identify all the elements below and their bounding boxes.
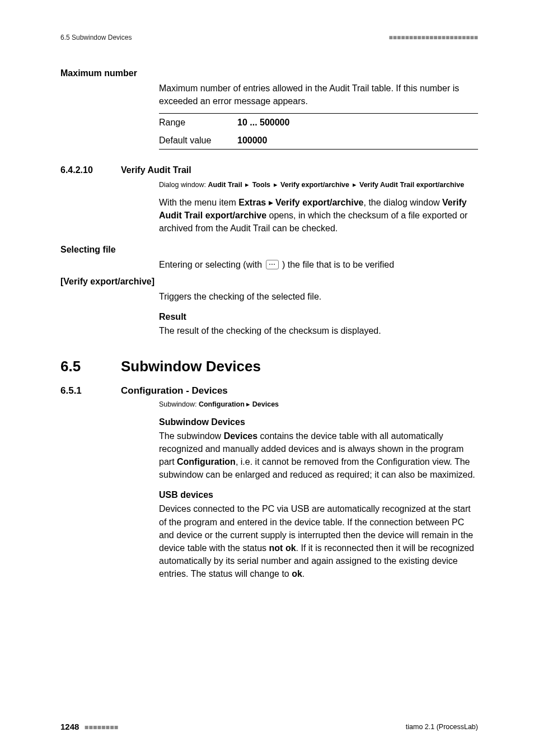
verify-audit-trail-paragraph: With the menu item Extras ▸ Verify expor… xyxy=(159,196,478,235)
heading-result: Result xyxy=(159,312,478,322)
footer-left: 1248 ■■■■■■■■ xyxy=(60,722,118,731)
page: 6.5 Subwindow Devices ■■■■■■■■■■■■■■■■■■… xyxy=(0,0,534,756)
heading-verify-export-archive: [Verify export/archive] xyxy=(60,277,478,287)
section-number: 6.4.2.10 xyxy=(60,165,121,175)
table-row: Default value 100000 xyxy=(159,132,478,150)
default-value: 100000 xyxy=(237,132,478,150)
usb-devices-paragraph: Devices connected to the PC via USB are … xyxy=(159,502,478,580)
section-6-5: 6.5 Subwindow Devices xyxy=(60,358,478,375)
path-part: Verify export/archive xyxy=(280,181,349,189)
section-title: Verify Audit Trail xyxy=(121,165,191,175)
chevron-right-icon: ▸ xyxy=(273,180,279,190)
selecting-file-body: Entering or selecting (with ⋯ ) the file… xyxy=(159,258,478,271)
path-part: Configuration xyxy=(199,400,245,408)
heading-maximum-number: Maximum number xyxy=(60,68,478,78)
path-prefix: Subwindow: xyxy=(159,400,196,408)
section-6-5-1: 6.5.1 Configuration - Devices xyxy=(60,385,478,396)
path-part: Tools xyxy=(252,181,270,189)
section-number: 6.5.1 xyxy=(60,385,121,396)
footer-right: tiamo 2.1 (ProcessLab) xyxy=(406,723,478,731)
heading-usb-devices: USB devices xyxy=(159,490,478,500)
usb-devices-body: Devices connected to the PC via USB are … xyxy=(159,502,478,580)
result-desc: The result of the checking of the checks… xyxy=(159,324,478,337)
path-part: Devices xyxy=(252,400,279,408)
footer-dots: ■■■■■■■■ xyxy=(85,724,118,731)
path-prefix: Dialog window: xyxy=(159,181,206,189)
subwindow-devices-paragraph: The subwindow Devices contains the devic… xyxy=(159,430,478,482)
verify-export-archive-body: Triggers the checking of the selected fi… xyxy=(159,290,478,303)
maximum-number-desc: Maximum number of entries allowed in the… xyxy=(159,82,478,108)
section-title: Subwindow Devices xyxy=(121,358,261,375)
table-row: Range 10 ... 500000 xyxy=(159,114,478,132)
verify-export-archive-desc: Triggers the checking of the selected fi… xyxy=(159,290,478,303)
range-value: 10 ... 500000 xyxy=(237,114,478,132)
default-label: Default value xyxy=(159,132,237,150)
chevron-right-icon: ▸ xyxy=(352,180,358,190)
heading-subwindow-devices: Subwindow Devices xyxy=(159,417,478,427)
subwindow-devices-body: The subwindow Devices contains the devic… xyxy=(159,430,478,482)
page-number: 1248 xyxy=(60,722,79,731)
verify-audit-trail-body: With the menu item Extras ▸ Verify expor… xyxy=(159,196,478,235)
ellipsis-icon: ⋯ xyxy=(266,260,279,269)
range-label: Range xyxy=(159,114,237,132)
section-title: Configuration - Devices xyxy=(121,385,228,396)
path-part: Audit Trail xyxy=(208,181,242,189)
heading-selecting-file: Selecting file xyxy=(60,245,478,255)
chevron-right-icon: ▸ xyxy=(244,180,250,190)
dialog-window-path: Dialog window: Audit Trail ▸ Tools ▸ Ver… xyxy=(159,180,478,190)
section-6-4-2-10: 6.4.2.10 Verify Audit Trail xyxy=(60,165,478,175)
section-number: 6.5 xyxy=(60,358,121,375)
result-body: The result of the checking of the checks… xyxy=(159,324,478,337)
selecting-file-paragraph: Entering or selecting (with ⋯ ) the file… xyxy=(159,258,478,271)
header-left: 6.5 Subwindow Devices xyxy=(60,34,132,41)
header-dots: ■■■■■■■■■■■■■■■■■■■■■■ xyxy=(389,34,478,41)
subwindow-path: Subwindow: Configuration ▸ Devices xyxy=(159,400,478,408)
page-footer: 1248 ■■■■■■■■ tiamo 2.1 (ProcessLab) xyxy=(60,722,478,731)
maximum-number-body: Maximum number of entries allowed in the… xyxy=(159,82,478,150)
range-table: Range 10 ... 500000 Default value 100000 xyxy=(159,113,478,149)
running-header: 6.5 Subwindow Devices ■■■■■■■■■■■■■■■■■■… xyxy=(60,34,478,41)
chevron-right-icon: ▸ xyxy=(246,400,250,408)
path-part: Verify Audit Trail export/archive xyxy=(359,181,464,189)
